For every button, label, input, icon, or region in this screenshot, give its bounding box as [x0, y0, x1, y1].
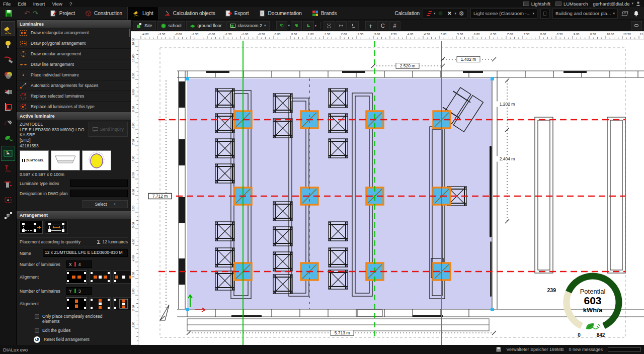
view-solid-button[interactable]: [291, 21, 302, 30]
type-index-input[interactable]: [70, 180, 128, 187]
light-scene-edit-button[interactable]: [540, 9, 549, 19]
tool-replace-selected-luminaires[interactable]: Replace selected luminaires: [17, 91, 131, 102]
align-y-center-button[interactable]: [66, 297, 87, 310]
align-y-distribute-icon: [90, 298, 110, 309]
menu-item-view[interactable]: View: [52, 1, 62, 7]
lumsearch-button[interactable]: LUMsearch: [555, 1, 588, 7]
enclosed-checkbox[interactable]: [35, 314, 39, 319]
tool-place-individual-luminaire[interactable]: Place individual luminaire: [17, 70, 131, 80]
start-calculation-button[interactable]: [425, 10, 433, 18]
breadcrumb-building[interactable]: school: [157, 21, 185, 30]
breadcrumb-site[interactable]: Site: [133, 21, 156, 30]
manufacturer-logo-thumb[interactable]: ZUMTOBEL: [20, 150, 49, 170]
count-x-input[interactable]: X 4: [66, 260, 92, 268]
view-floorcut-caret[interactable]: ▸: [315, 24, 317, 28]
light-scene-select[interactable]: Light scene (Classroom -... ▾: [470, 9, 537, 19]
tab-construction[interactable]: Construction: [80, 7, 127, 20]
menu-item-insert[interactable]: Insert: [33, 1, 45, 7]
floor-plan-svg[interactable]: 2.520 m 1.402 m 1.202 m 2.404 m: [131, 31, 644, 345]
edit-guides-checkbox[interactable]: [35, 328, 39, 333]
lightshift-button[interactable]: Lightshift: [523, 1, 550, 7]
svg-text:6.50: 6.50: [132, 172, 135, 178]
mode-button-text-annotation-mode[interactable]: T: [1, 161, 15, 176]
view-outline-button[interactable]: [276, 21, 287, 30]
tool-draw-line-arrangement[interactable]: Draw line arrangement: [17, 59, 131, 70]
align-y-edges-button[interactable]: [113, 297, 131, 310]
calculation-settings-button[interactable]: ⚙: [457, 10, 465, 18]
tab-documentation[interactable]: Documentation: [254, 7, 307, 20]
tab-brands[interactable]: Brands: [307, 7, 342, 20]
menu-item-[interactable]: ?: [69, 1, 72, 7]
mode-button-column-mode[interactable]: [1, 177, 15, 192]
align-x-edges-button[interactable]: [113, 271, 131, 284]
breadcrumb-room[interactable]: classroom 2 ▾: [226, 21, 270, 30]
send-inquiry-button[interactable]: Send inquiry: [89, 122, 128, 137]
fullscreen-button[interactable]: [631, 21, 642, 30]
mode-button-joints-mode[interactable]: [1, 52, 15, 67]
cancel-dropdown-caret[interactable]: ▾: [455, 12, 457, 16]
tab-export[interactable]: Export: [220, 7, 254, 20]
account-menu[interactable]: gerhardt@dial.de ▾: [593, 1, 641, 7]
cad-canvas[interactable]: 2.520 m 1.402 m 1.202 m 2.404 m: [131, 31, 644, 345]
rotate-tool-button[interactable]: C: [377, 21, 388, 30]
arrangement-mode-spacing-button[interactable]: [45, 221, 68, 234]
tool-list-scrollbar[interactable]: [129, 29, 130, 37]
place-individual-luminaire-icon: [20, 72, 27, 78]
menu-item-edit[interactable]: Edit: [18, 1, 26, 7]
arrangement-name-input[interactable]: 12 x ZUMTOBEL LFE E LED3600-830 M: [43, 249, 128, 257]
tool-draw-polygonal-arrangement[interactable]: Draw polygonal arrangement: [17, 38, 131, 49]
redo-button[interactable]: ↷: [33, 10, 38, 17]
luminaire-shape-thumb[interactable]: [51, 150, 80, 170]
cancel-calculation-button[interactable]: ✕: [446, 10, 454, 18]
tool-draw-rectangular-arrangement[interactable]: Draw rectangular arrangement: [17, 28, 131, 38]
lamps-mode-icon: [3, 39, 14, 50]
undo-button[interactable]: ↶: [24, 10, 30, 17]
measure-button[interactable]: [336, 21, 347, 30]
mode-button-colors-mode[interactable]: [1, 68, 15, 83]
select-luminaire-button[interactable]: Select ›: [83, 200, 128, 208]
align-y-distribute-button[interactable]: [90, 297, 111, 310]
move-tool-button[interactable]: +: [365, 21, 376, 30]
save-button[interactable]: [0, 7, 17, 20]
zoom-fit-button[interactable]: [324, 21, 335, 30]
dwg-designation-input[interactable]: [70, 190, 128, 197]
x-axis-color-bar: [74, 262, 76, 267]
tool-label: Draw rectangular arrangement: [31, 30, 89, 35]
luminaire-article-number: 42181553: [20, 143, 89, 149]
calculation-dropdown-caret[interactable]: ▾: [434, 12, 436, 16]
reset-field-arrangement-button[interactable]: ↺ Reset field arrangement: [34, 336, 128, 343]
view-outline-caret[interactable]: ▾: [288, 24, 290, 28]
tab-calculation-objects[interactable]: Calculation objects: [159, 7, 220, 20]
annotation-button[interactable]: [348, 21, 359, 30]
tool-replace-all-luminaires-of-this-type[interactable]: Replace all luminaires of this type: [17, 102, 131, 112]
mode-button-nodes-path-mode[interactable]: [1, 208, 15, 223]
messages-status[interactable]: 0 new messages: [569, 347, 603, 352]
view-mode-select[interactable]: Building and outdoor pla... ▾: [552, 9, 618, 19]
mode-button-projector-mode[interactable]: [1, 83, 15, 99]
tool-draw-circular-arrangement[interactable]: Draw circular arrangement: [17, 49, 131, 59]
menu-item-file[interactable]: File: [3, 1, 11, 7]
mode-button-luminaires-mode[interactable]: [1, 21, 15, 36]
light-icon: [133, 10, 140, 17]
tab-project[interactable]: Project: [45, 7, 80, 20]
count-y-input[interactable]: Y 3: [66, 287, 92, 295]
canvas-toolbar: Site school ground floor classr: [131, 20, 644, 31]
mode-button-scene-image-mode[interactable]: [1, 146, 15, 161]
view-floorcut-button[interactable]: [303, 21, 314, 30]
arrangement-mode-quantity-button[interactable]: [20, 221, 43, 234]
mode-button-energy-mode[interactable]: [1, 130, 15, 145]
mode-button-selection-frame-mode[interactable]: [1, 193, 15, 208]
align-x-center-button[interactable]: [66, 271, 87, 284]
breadcrumb-floor[interactable]: ground floor: [186, 21, 225, 30]
tool-automatic-arrangements-for-spaces[interactable]: Automatic arrangements for spaces: [17, 80, 131, 91]
grid-toggle-button[interactable]: #: [389, 21, 400, 30]
light-distribution-thumb[interactable]: [82, 150, 111, 170]
align-x-distribute-button[interactable]: [90, 271, 111, 284]
tab-light[interactable]: Light: [127, 7, 159, 20]
mode-button-tools-mode[interactable]: [1, 115, 15, 130]
lightshift-label: Lightshift: [531, 1, 550, 7]
notifications-button[interactable]: [632, 10, 640, 18]
plan-view-button[interactable]: [621, 10, 629, 18]
mode-button-room-edit-mode[interactable]: [1, 99, 15, 114]
mode-button-lamps-mode[interactable]: [1, 37, 15, 52]
